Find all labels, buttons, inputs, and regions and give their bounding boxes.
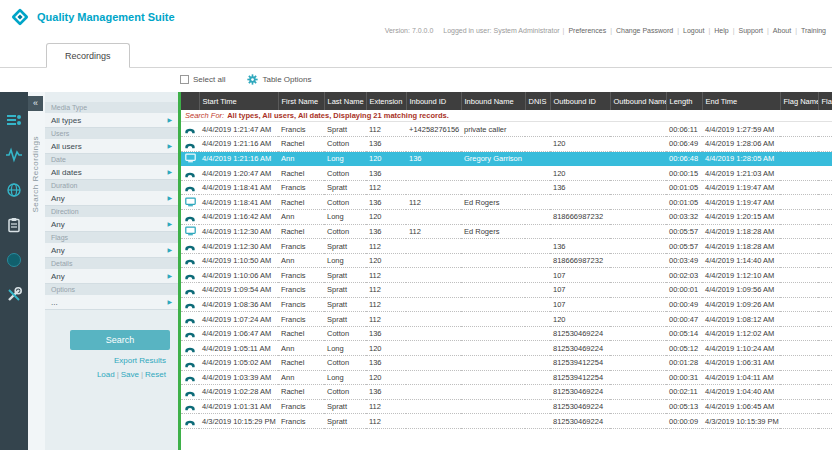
column-header-last-name[interactable]: Last Name [324,92,366,110]
filter-value-duration[interactable]: Any▶ [45,191,178,206]
column-header-dnis[interactable]: DNIS [525,92,550,110]
cell-length: 00:00:31 [666,370,702,385]
table-row[interactable]: 4/4/2019 1:12:30 AMRachelCotton136112Ed … [181,224,832,239]
recordings-list-icon[interactable] [6,112,22,128]
cell-last: Spratt [324,414,366,429]
table-row[interactable]: 4/3/2019 10:15:29 PMFrancisSpratt1128125… [181,414,832,429]
table-row[interactable]: 4/4/2019 1:03:39 AMAnnLong12081253941225… [181,370,832,385]
table-row[interactable]: 4/4/2019 1:05:11 AMAnnLong12081253046922… [181,341,832,356]
cell-inbound_id: +14258276156 [406,122,461,137]
cell-flag_name [780,385,818,400]
table-row[interactable]: 4/4/2019 1:12:30 AMFrancisSpratt11213600… [181,239,832,254]
column-header-first-name[interactable]: First Name [278,92,324,110]
cell-dnis [525,356,550,371]
cell-inbound_name [461,239,525,254]
cell-inbound_name [461,399,525,414]
table-row[interactable]: 4/4/2019 1:18:41 AMRachelCotton136112Ed … [181,195,832,210]
column-header-extension[interactable]: Extension [366,92,406,110]
filter-label: Date [45,154,178,165]
moon-icon[interactable] [6,252,22,268]
column-header-end-time[interactable]: End Time [702,92,780,110]
header-link-help[interactable]: Help [714,27,728,34]
table-row[interactable]: 4/4/2019 1:21:47 AMFrancisSpratt112+1425… [181,122,832,137]
cell-length: 00:02:03 [666,268,702,283]
cell-first: Francis [278,283,324,298]
table-row[interactable]: 4/4/2019 1:16:42 AMAnnLong12081866698723… [181,210,832,225]
column-header-inbound-name[interactable]: Inbound Name [461,92,525,110]
cell-first: Francis [278,180,324,195]
cell-flag_name [780,166,818,181]
table-row[interactable]: 4/4/2019 1:10:50 AMAnnLong12081866698723… [181,253,832,268]
table-row[interactable]: 4/4/2019 1:21:16 AMRachelCotton13612000:… [181,137,832,152]
select-all-checkbox[interactable] [180,75,189,84]
cell-flag_name [780,151,818,166]
cell-inbound_name [461,297,525,312]
table-row[interactable]: 4/4/2019 1:07:24 AMFrancisSpratt11212000… [181,312,832,327]
filter-value-media-type[interactable]: All types▶ [45,113,178,128]
cell-first: Francis [278,414,324,429]
collapse-sidebar-button[interactable]: « [28,96,43,111]
save-link[interactable]: Save [121,370,139,379]
column-header-outbound-name[interactable]: Outbound Name [610,92,666,110]
tab-recordings[interactable]: Recordings [46,43,130,68]
gear-icon[interactable] [247,74,258,85]
table-row[interactable]: 4/4/2019 1:02:28 AMRachelCotton136812530… [181,385,832,400]
table-row[interactable]: 4/4/2019 1:18:41 AMFrancisSpratt11213600… [181,180,832,195]
cell-outbound_name [610,414,666,429]
cell-length: 00:03:49 [666,253,702,268]
cell-last: Spratt [324,239,366,254]
table-row[interactable]: 4/4/2019 1:05:02 AMRachelCotton136812539… [181,356,832,371]
cell-dnis [525,370,550,385]
filter-label: Media Type [45,102,178,113]
export-results-link[interactable]: Export Results [114,356,166,365]
load-link[interactable]: Load [97,370,115,379]
filter-value-details[interactable]: Any▶ [45,269,178,284]
header-meta: Version: 7.0.0.0 Logged in user: System … [385,27,829,34]
cell-first: Ann [278,210,324,225]
column-header-start-time[interactable]: Start Time [199,92,278,110]
phone-icon [181,341,199,356]
column-header-outbound-id[interactable]: Outbound ID [550,92,610,110]
table-row[interactable]: 4/4/2019 1:06:47 AMRachelCotton136812530… [181,326,832,341]
filter-value-options[interactable]: ...▶ [45,295,178,310]
column-header-inbound-id[interactable]: Inbound ID [406,92,461,110]
header-link-logout[interactable]: Logout [683,27,704,34]
filter-value-date[interactable]: All dates▶ [45,165,178,180]
table-row[interactable]: 4/4/2019 1:09:54 AMFrancisSpratt11210700… [181,283,832,298]
cell-length: 00:03:32 [666,210,702,225]
globe-icon[interactable] [6,182,22,198]
table-row[interactable]: 4/4/2019 1:20:47 AMRachelCotton13612000:… [181,166,832,181]
cell-dnis [525,385,550,400]
cell-start: 4/4/2019 1:18:41 AM [199,195,278,210]
header-link-change-password[interactable]: Change Password [616,27,673,34]
filter-value-users[interactable]: All users▶ [45,139,178,154]
header-link-preferences[interactable]: Preferences [568,27,606,34]
column-header-flag-value[interactable]: Flag Value [818,92,832,110]
cell-last: Cotton [324,224,366,239]
filter-value-flags[interactable]: Any▶ [45,243,178,258]
cell-last: Cotton [324,356,366,371]
clipboard-icon[interactable] [6,217,22,233]
chevron-right-icon: ▶ [167,139,172,153]
reset-link[interactable]: Reset [145,370,166,379]
table-row[interactable]: 4/4/2019 1:08:36 AMFrancisSpratt11210700… [181,297,832,312]
separator: | [141,370,143,379]
filter-current-value: Any [51,191,65,205]
column-header-length[interactable]: Length [666,92,702,110]
search-button[interactable]: Search [70,330,170,350]
table-row[interactable]: 4/4/2019 1:10:06 AMFrancisSpratt11210700… [181,268,832,283]
table-row[interactable]: 4/4/2019 1:01:31 AMFrancisSpratt11281253… [181,399,832,414]
table-row[interactable]: 4/4/2019 1:21:16 AMAnnLong120136Gregory … [181,151,832,166]
column-header-flag-name[interactable]: Flag Name [780,92,818,110]
wrench-icon[interactable] [6,287,22,303]
cell-end: 4/4/2019 1:19:47 AM [702,180,780,195]
header-link-about[interactable]: About [773,27,791,34]
header-link-training[interactable]: Training [801,27,826,34]
filter-value-direction[interactable]: Any▶ [45,217,178,232]
cell-end: 4/4/2019 1:20:15 AM [702,210,780,225]
table-options-label[interactable]: Table Options [262,75,311,84]
header-link-support[interactable]: Support [738,27,763,34]
cell-flag_value [818,239,832,254]
waveform-icon[interactable] [6,147,22,163]
cell-end: 4/4/2019 1:06:31 AM [702,356,780,371]
